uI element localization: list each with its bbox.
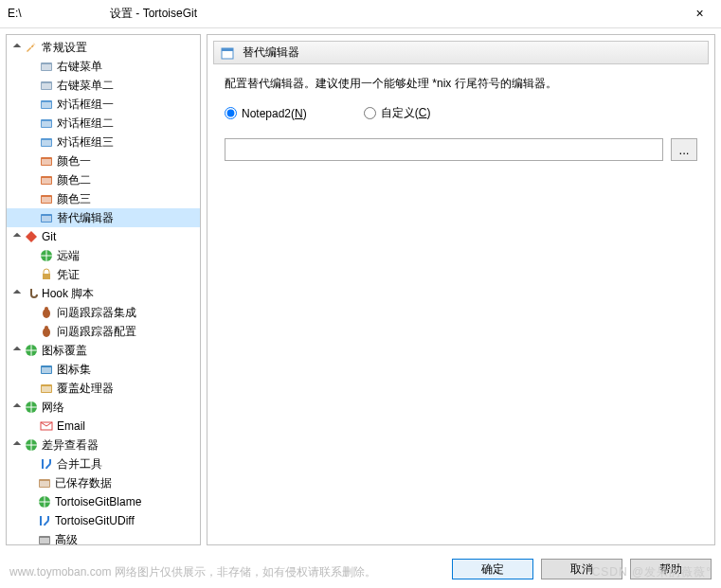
close-button[interactable]: × bbox=[678, 0, 721, 27]
tree-item-label: 颜色三 bbox=[57, 191, 91, 207]
gear-icon bbox=[39, 78, 54, 93]
gear-icon bbox=[39, 59, 54, 74]
tree-item-右键菜单[interactable]: 右键菜单 bbox=[7, 57, 200, 76]
tree-item-图标集[interactable]: 图标集 bbox=[7, 360, 200, 379]
radio-custom-input[interactable] bbox=[364, 107, 376, 119]
tree-item-对话框组一[interactable]: 对话框组一 bbox=[7, 95, 200, 114]
tree-item-TortoiseGitUDiff[interactable]: TortoiseGitUDiff bbox=[7, 511, 200, 530]
tree-item-对话框组三[interactable]: 对话框组三 bbox=[7, 133, 200, 151]
tree-item-右键菜单二[interactable]: 右键菜单二 bbox=[7, 76, 200, 95]
svg-rect-5 bbox=[42, 102, 51, 108]
tree-item-替代编辑器[interactable]: 替代编辑器 bbox=[7, 208, 200, 227]
radio-notepad2-label: Notepad2(N) bbox=[242, 107, 307, 120]
udiff-icon bbox=[37, 513, 52, 528]
handler-icon bbox=[39, 381, 54, 396]
saved-icon bbox=[37, 475, 52, 490]
tree-item-label: TortoiseGitUDiff bbox=[55, 514, 135, 527]
description-text: 配置替代编辑器。建议使用一个能够处理 *nix 行尾符号的编辑器。 bbox=[225, 76, 697, 92]
tree-item-高级[interactable]: 高级 bbox=[7, 530, 200, 545]
svg-rect-20 bbox=[43, 274, 50, 279]
colors-icon bbox=[39, 153, 54, 169]
chevron-down-icon[interactable] bbox=[10, 233, 24, 241]
tree-item-label: 凭证 bbox=[57, 267, 80, 283]
email-icon bbox=[39, 419, 54, 434]
tree-item-颜色三[interactable]: 颜色三 bbox=[7, 189, 200, 208]
tree-item-凭证[interactable]: 凭证 bbox=[7, 265, 200, 284]
iconset-icon bbox=[39, 362, 54, 377]
hook-icon bbox=[24, 286, 39, 301]
blame-icon bbox=[37, 494, 52, 509]
svg-rect-7 bbox=[42, 121, 51, 127]
radio-notepad2-input[interactable] bbox=[225, 107, 237, 119]
svg-rect-1 bbox=[42, 64, 51, 70]
svg-rect-11 bbox=[42, 159, 51, 165]
cancel-button[interactable]: 取消 bbox=[541, 559, 622, 579]
titlebar: E:\ 设置 - TortoiseGit × bbox=[0, 0, 721, 28]
dialogs-icon bbox=[39, 116, 54, 131]
svg-rect-29 bbox=[42, 386, 51, 392]
tree-item-label: Email bbox=[57, 419, 85, 433]
radio-notepad2[interactable]: Notepad2(N) bbox=[225, 107, 307, 120]
colors-icon bbox=[39, 191, 54, 206]
tree-item-网络[interactable]: 网络 bbox=[7, 398, 200, 417]
tree-item-label: 对话框组一 bbox=[57, 97, 114, 113]
tree-item-问题跟踪器配置[interactable]: 问题跟踪器配置 bbox=[7, 322, 200, 341]
svg-rect-17 bbox=[42, 216, 51, 222]
tree-item-覆盖处理器[interactable]: 覆盖处理器 bbox=[7, 379, 200, 398]
git-icon bbox=[24, 229, 39, 244]
tree-item-Email[interactable]: Email bbox=[7, 417, 200, 436]
diff-icon bbox=[24, 437, 39, 453]
tree-item-TortoiseGitBlame[interactable]: TortoiseGitBlame bbox=[7, 492, 200, 511]
tree-item-远端[interactable]: 远端 bbox=[7, 246, 200, 265]
svg-marker-18 bbox=[26, 231, 37, 242]
advanced-icon bbox=[37, 532, 52, 545]
settings-tree[interactable]: 常规设置右键菜单右键菜单二对话框组一对话框组二对话框组三颜色一颜色二颜色三替代编… bbox=[6, 34, 201, 545]
tree-item-对话框组二[interactable]: 对话框组二 bbox=[7, 114, 200, 133]
chevron-down-icon[interactable] bbox=[10, 403, 24, 412]
dialogs-icon bbox=[39, 134, 54, 150]
tree-item-合并工具[interactable]: 合并工具 bbox=[7, 454, 200, 473]
tree-item-Hook 脚本[interactable]: Hook 脚本 bbox=[7, 284, 200, 303]
svg-rect-37 bbox=[40, 538, 49, 543]
tree-item-label: 颜色一 bbox=[57, 153, 91, 169]
ok-button[interactable]: 确定 bbox=[452, 559, 533, 579]
tree-item-差异查看器[interactable]: 差异查看器 bbox=[7, 436, 200, 454]
tree-item-label: 问题跟踪器集成 bbox=[57, 305, 136, 321]
radio-custom[interactable]: 自定义(C) bbox=[364, 105, 431, 121]
tree-item-label: 已保存数据 bbox=[55, 475, 112, 491]
tree-item-常规设置[interactable]: 常规设置 bbox=[7, 38, 200, 57]
window-title: E:\ 设置 - TortoiseGit bbox=[8, 6, 197, 22]
tree-item-label: 对话框组三 bbox=[57, 134, 114, 151]
svg-rect-13 bbox=[42, 178, 51, 184]
svg-rect-3 bbox=[42, 83, 51, 89]
tree-item-label: TortoiseGitBlame bbox=[55, 495, 141, 508]
bug-icon bbox=[39, 324, 54, 339]
tree-item-颜色一[interactable]: 颜色一 bbox=[7, 151, 200, 170]
svg-rect-27 bbox=[42, 367, 51, 373]
group-title: 替代编辑器 bbox=[243, 45, 299, 61]
tree-item-label: 网络 bbox=[42, 400, 64, 416]
tree-item-已保存数据[interactable]: 已保存数据 bbox=[7, 473, 200, 492]
chevron-down-icon[interactable] bbox=[10, 347, 24, 355]
network-icon bbox=[24, 400, 39, 415]
wrench-icon bbox=[24, 40, 39, 55]
tree-item-label: 图标覆盖 bbox=[42, 343, 87, 359]
tree-item-label: 颜色二 bbox=[57, 172, 91, 188]
tree-item-label: 差异查看器 bbox=[42, 437, 99, 454]
tree-item-颜色二[interactable]: 颜色二 bbox=[7, 170, 200, 189]
chevron-down-icon[interactable] bbox=[10, 290, 24, 298]
tree-item-label: 图标集 bbox=[57, 362, 91, 378]
tree-item-Git[interactable]: Git bbox=[7, 227, 200, 246]
tree-item-问题跟踪器集成[interactable]: 问题跟踪器集成 bbox=[7, 303, 200, 322]
tree-item-图标覆盖[interactable]: 图标覆盖 bbox=[7, 341, 200, 360]
chevron-down-icon[interactable] bbox=[10, 441, 24, 450]
svg-point-22 bbox=[45, 307, 48, 311]
tree-item-label: 合并工具 bbox=[57, 456, 102, 472]
editor-path-input[interactable] bbox=[225, 138, 663, 161]
browse-button[interactable]: ... bbox=[671, 138, 697, 161]
svg-rect-9 bbox=[42, 140, 51, 146]
help-button[interactable]: 帮助 bbox=[630, 559, 712, 579]
merge-icon bbox=[39, 456, 54, 472]
chevron-down-icon[interactable] bbox=[10, 44, 24, 52]
colors-icon bbox=[39, 172, 54, 187]
